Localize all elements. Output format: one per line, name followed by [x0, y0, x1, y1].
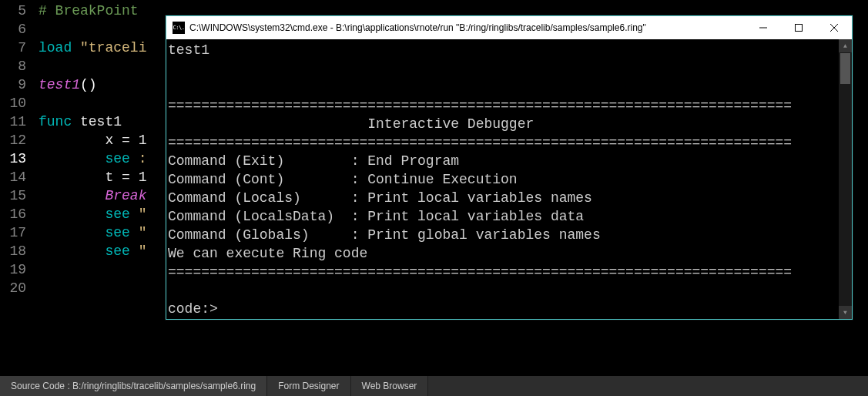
code-line[interactable]: 7load "traceli	[0, 39, 146, 57]
code-content: t = 1	[29, 168, 146, 186]
code-line[interactable]: 14 t = 1	[0, 168, 146, 186]
code-content	[29, 279, 39, 297]
code-content: load "traceli	[29, 39, 146, 57]
code-line[interactable]: 12 x = 1	[0, 131, 146, 149]
svg-rect-1	[796, 25, 803, 32]
code-line[interactable]: 17 see "	[0, 223, 146, 242]
form-designer-label: Form Designer	[278, 381, 339, 391]
line-number: 18	[0, 242, 29, 260]
console-title: C:\WINDOWS\system32\cmd.exe - B:\ring\ap…	[189, 22, 646, 33]
line-number: 12	[0, 131, 29, 149]
minimize-button[interactable]	[746, 16, 781, 39]
code-content	[29, 260, 39, 279]
code-line[interactable]: 20	[0, 279, 146, 297]
line-number: 13	[0, 149, 29, 168]
line-number: 8	[0, 57, 29, 76]
code-content: see "	[29, 223, 146, 242]
maximize-button[interactable]	[781, 16, 816, 39]
line-number: 16	[0, 205, 29, 223]
tab-form-designer[interactable]: Form Designer	[267, 376, 350, 396]
code-content	[29, 94, 39, 112]
code-line[interactable]: 19	[0, 260, 146, 279]
code-line[interactable]: 16 see "	[0, 205, 146, 223]
code-content: see :	[29, 149, 146, 168]
code-content: func test1	[29, 112, 122, 131]
line-number: 10	[0, 94, 29, 112]
code-line[interactable]: 11func test1	[0, 112, 146, 131]
scroll-up-button[interactable]: ▲	[839, 39, 852, 52]
line-number: 17	[0, 223, 29, 242]
line-number: 15	[0, 186, 29, 205]
code-line[interactable]: 6	[0, 20, 146, 39]
line-number: 20	[0, 279, 29, 297]
code-content: # BreakPoint	[29, 2, 139, 20]
console-output[interactable]: test1 ==================================…	[166, 39, 839, 319]
code-line[interactable]: 15 Break	[0, 186, 146, 205]
console-titlebar[interactable]: C:\. C:\WINDOWS\system32\cmd.exe - B:\ri…	[166, 16, 852, 39]
line-number: 19	[0, 260, 29, 279]
status-bar: Source Code : B:/ring/ringlibs/tracelib/…	[0, 376, 868, 396]
tab-web-browser[interactable]: Web Browser	[351, 376, 429, 396]
code-content	[29, 20, 39, 39]
line-number: 6	[0, 20, 29, 39]
code-line[interactable]: 8	[0, 57, 146, 76]
line-number: 11	[0, 112, 29, 131]
console-window[interactable]: C:\. C:\WINDOWS\system32\cmd.exe - B:\ri…	[166, 15, 853, 320]
code-content: test1()	[29, 76, 97, 94]
code-line[interactable]: 13 see :	[0, 149, 146, 168]
scroll-down-button[interactable]: ▼	[839, 306, 852, 319]
console-scrollbar[interactable]: ▲ ▼	[839, 39, 852, 319]
scroll-thumb[interactable]	[840, 53, 850, 84]
line-number: 5	[0, 2, 29, 20]
tab-source-code[interactable]: Source Code : B:/ring/ringlibs/tracelib/…	[0, 376, 267, 396]
code-line[interactable]: 9test1()	[0, 76, 146, 94]
close-button[interactable]	[816, 16, 852, 39]
code-line[interactable]: 5# BreakPoint	[0, 2, 146, 20]
source-path-label: Source Code : B:/ring/ringlibs/tracelib/…	[11, 381, 256, 391]
cmd-icon: C:\.	[173, 22, 185, 34]
code-content: Break	[29, 186, 146, 205]
line-number: 14	[0, 168, 29, 186]
code-line[interactable]: 18 see "	[0, 242, 146, 260]
code-content: x = 1	[29, 131, 146, 149]
code-content	[29, 57, 39, 76]
line-number: 9	[0, 76, 29, 94]
code-line[interactable]: 10	[0, 94, 146, 112]
code-content: see "	[29, 205, 146, 223]
web-browser-label: Web Browser	[362, 381, 417, 391]
line-number: 7	[0, 39, 29, 57]
code-content: see "	[29, 242, 146, 260]
